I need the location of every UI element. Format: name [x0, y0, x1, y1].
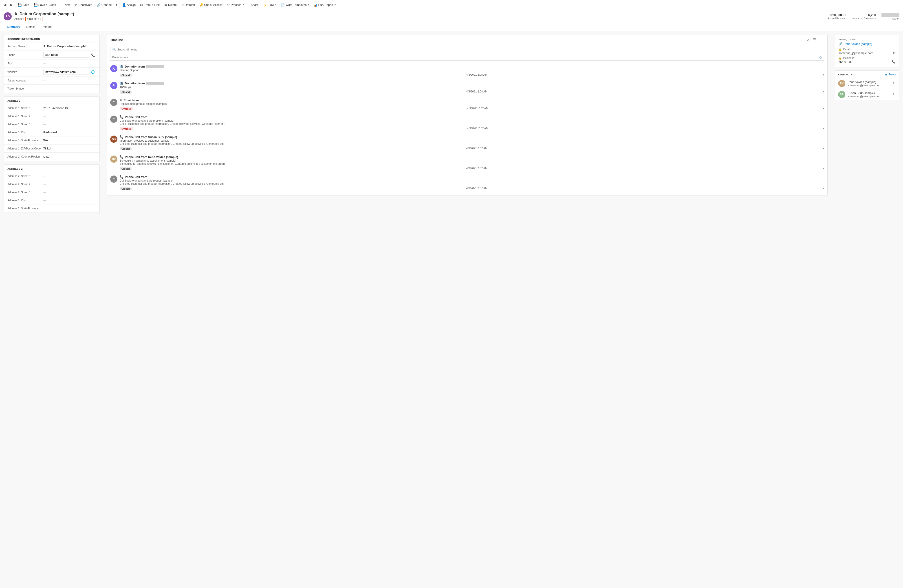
- contact-item: SB Susan Burk (sample) someone_j@example…: [835, 89, 899, 100]
- pc-business-value: 555-0108 📞: [838, 60, 895, 63]
- phone-icon: 📞: [120, 135, 123, 139]
- field-phone-label: Phone: [8, 53, 43, 57]
- timeline-add-button[interactable]: +: [800, 38, 804, 42]
- tl-desc2: Checked customer and product information…: [120, 142, 227, 145]
- timeline-item: JL 🏦 Donation from Thank you Closed 4/3/…: [110, 79, 824, 96]
- tl-expand-button[interactable]: ∨: [822, 127, 824, 130]
- note-input[interactable]: [112, 56, 817, 59]
- lock-icon-2: 🔒: [838, 57, 842, 60]
- save-button[interactable]: 💾 Save: [16, 0, 31, 10]
- word-templates-icon: 📄: [281, 3, 285, 7]
- connect-dropdown-button[interactable]: ▾: [115, 0, 119, 10]
- connect-button[interactable]: 🔗 Connect: [94, 0, 115, 10]
- contacts-header: CONTACTS ⊞ Select: [835, 71, 899, 78]
- timeline-more-button[interactable]: ⋯: [819, 37, 824, 42]
- email-link-button[interactable]: ✉ Email a Link: [138, 0, 162, 10]
- tl-desc: Offering Support: [120, 69, 824, 72]
- save-close-button[interactable]: 💾 Save & Close: [31, 0, 58, 10]
- timeline-search-input[interactable]: [117, 48, 822, 51]
- record-title: A. Datum Corporation (sample): [14, 12, 74, 16]
- phone-icon[interactable]: 📞: [90, 53, 96, 57]
- tab-summary[interactable]: Summary: [3, 23, 23, 31]
- note-attach-icon[interactable]: 📎: [819, 56, 822, 59]
- tab-details[interactable]: Details: [23, 23, 38, 31]
- tl-expand-button[interactable]: ∨: [822, 147, 824, 150]
- tl-avatar: ?: [110, 99, 117, 106]
- word-templates-button[interactable]: 📄 Word Templates: [278, 0, 311, 10]
- tl-expand-button[interactable]: ∨: [822, 187, 824, 190]
- field-website-label: Website: [8, 71, 43, 74]
- status-badge: Closed: [120, 167, 132, 170]
- deactivate-button[interactable]: ⊘ Deactivate: [72, 0, 94, 10]
- back-button[interactable]: ◀: [2, 0, 8, 10]
- timeline-item: SB 📞 Phone Call from Susan Burk (sample)…: [110, 133, 824, 153]
- field-fax-value: ---: [43, 62, 96, 65]
- connect-icon: 🔗: [97, 3, 101, 7]
- tl-expand-button[interactable]: ∨: [822, 73, 824, 76]
- field-phone-input-container: 📞: [43, 52, 96, 58]
- timeline-title: Timeline: [110, 38, 123, 42]
- process-button[interactable]: ⚙ Process: [225, 0, 246, 10]
- record-header: AD A. Datum Corporation (sample) Account…: [0, 10, 903, 23]
- contacts-select-button[interactable]: Select: [889, 73, 896, 76]
- timeline-list-button[interactable]: ☰: [812, 37, 817, 42]
- new-button[interactable]: ＋ New: [58, 0, 72, 10]
- record-subtitle: Account main form ▾: [14, 17, 74, 21]
- field-account-name-value: A. Datum Corporation (sample): [43, 45, 96, 48]
- tl-expand-button[interactable]: ∨: [822, 90, 824, 93]
- deactivate-icon: ⊘: [75, 3, 77, 7]
- field-country-value: U.S.: [43, 155, 96, 159]
- field-addr2-state: Address 2: State/Province ---: [4, 204, 99, 212]
- contacts-view-button[interactable]: ⊞: [884, 73, 887, 76]
- tl-title: 📞 Phone Call from: [120, 115, 824, 119]
- tl-date: 4/3/2021 2:07 AM: [466, 187, 488, 190]
- contact-more-button[interactable]: ⋮: [890, 81, 896, 86]
- tl-desc: Thank you: [120, 85, 824, 89]
- contact-more-button[interactable]: ⋮: [890, 92, 896, 97]
- phone-icon: 📞: [120, 175, 123, 179]
- separator-2: [119, 2, 120, 8]
- tl-avatar: ?: [110, 176, 117, 183]
- contacts-title: CONTACTS: [838, 73, 853, 76]
- tl-expand-button[interactable]: ∨: [822, 167, 824, 170]
- delete-icon: 🗑: [164, 3, 167, 7]
- tl-name-blurred: [146, 65, 164, 68]
- field-parent-account-value: ---: [43, 79, 96, 82]
- timeline-header: Timeline + ⊘ ☰ ⋯: [107, 35, 827, 45]
- email-icon: ✉: [120, 98, 123, 102]
- refresh-button[interactable]: ↻ Refresh: [179, 0, 197, 10]
- primary-contact-name-link[interactable]: 🔗 Rene Valdes (sample): [838, 42, 895, 46]
- forward-button[interactable]: ▶: [8, 0, 14, 10]
- toolbar: ◀ ▶ 💾 Save 💾 Save & Close ＋ New ⊘ Deacti…: [0, 0, 903, 10]
- website-icon[interactable]: 🌐: [90, 70, 96, 74]
- tabs: Summary Details Related: [0, 23, 903, 31]
- tl-title: 📞 Phone Call from: [120, 175, 824, 179]
- email-send-icon[interactable]: ✉: [893, 51, 895, 55]
- phone-input[interactable]: [43, 52, 90, 58]
- avatar: AD: [3, 13, 12, 20]
- save-close-icon: 💾: [34, 3, 38, 7]
- flow-icon: ⚡: [263, 3, 267, 7]
- timeline-item: ? ✉ Email from Replacement product shipp…: [110, 96, 824, 113]
- tl-meta: Closed 4/3/2021 2:07 AM ∨: [120, 146, 824, 150]
- flow-button[interactable]: ⚡ Flow: [261, 0, 278, 10]
- assign-button[interactable]: 👤 Assign: [120, 0, 138, 10]
- contact-name: Rene Valdes (sample): [848, 80, 889, 84]
- record-header-left: AD A. Datum Corporation (sample) Account…: [3, 12, 74, 21]
- timeline-filter-button[interactable]: ⊘: [805, 37, 810, 42]
- phone-icon: 📞: [120, 155, 123, 159]
- contact-avatar: SB: [838, 91, 845, 98]
- phone-call-icon[interactable]: 📞: [892, 60, 895, 63]
- share-button[interactable]: ↑ Share: [246, 0, 261, 10]
- website-input[interactable]: [43, 69, 90, 75]
- tl-meta: Closed 4/3/2021 2:07 AM ∨: [120, 186, 824, 190]
- check-access-button[interactable]: 🔑 Check Access: [197, 0, 225, 10]
- run-report-button[interactable]: 📊 Run Report: [311, 0, 338, 10]
- form-badge[interactable]: main form ▾: [25, 17, 42, 21]
- tab-related[interactable]: Related: [38, 23, 55, 31]
- delete-button[interactable]: 🗑 Delete: [162, 0, 179, 10]
- account-info-card: ACCOUNT INFORMATION Account Name * A. Da…: [3, 35, 100, 93]
- status-badge: Overdue: [120, 107, 133, 110]
- donation-icon: 🏦: [120, 64, 123, 68]
- tl-expand-button[interactable]: ∨: [822, 107, 824, 110]
